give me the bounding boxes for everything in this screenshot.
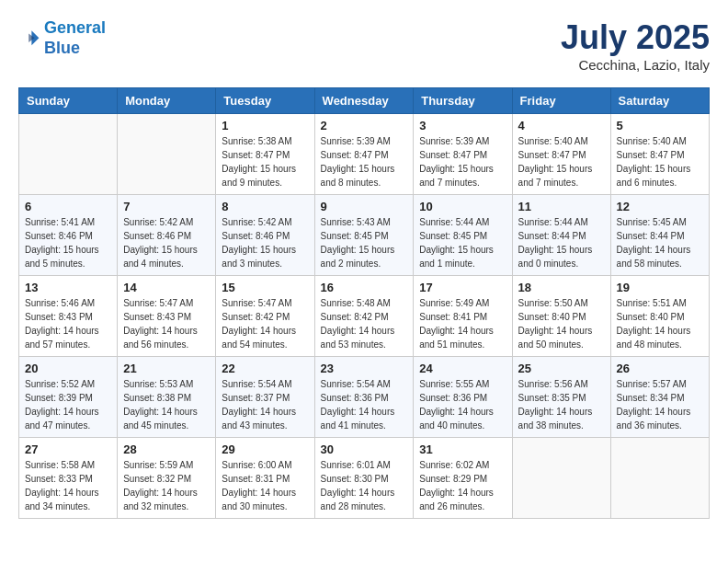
day-info: Sunrise: 5:49 AM Sunset: 8:41 PM Dayligh… [419,296,506,351]
day-number: 8 [222,200,308,213]
day-number: 30 [321,442,408,456]
day-info: Sunrise: 6:00 AM Sunset: 8:31 PM Dayligh… [222,458,308,513]
calendar-cell [512,438,610,519]
day-info: Sunrise: 5:56 AM Sunset: 8:35 PM Dayligh… [518,377,605,432]
day-number: 5 [617,119,703,132]
calendar-cell: 4Sunrise: 5:40 AM Sunset: 8:47 PM Daylig… [512,114,610,195]
calendar-table: SundayMondayTuesdayWednesdayThursdayFrid… [18,87,710,519]
day-info: Sunrise: 5:55 AM Sunset: 8:36 PM Dayligh… [419,377,506,432]
day-info: Sunrise: 5:42 AM Sunset: 8:46 PM Dayligh… [123,215,210,270]
calendar-cell [118,114,216,195]
day-info: Sunrise: 5:53 AM Sunset: 8:38 PM Dayligh… [123,377,210,432]
calendar-cell: 26Sunrise: 5:57 AM Sunset: 8:34 PM Dayli… [610,357,709,438]
calendar-cell: 2Sunrise: 5:39 AM Sunset: 8:47 PM Daylig… [314,114,414,195]
calendar-cell: 18Sunrise: 5:50 AM Sunset: 8:40 PM Dayli… [512,276,610,357]
day-info: Sunrise: 5:48 AM Sunset: 8:42 PM Dayligh… [321,296,408,351]
calendar-cell: 6Sunrise: 5:41 AM Sunset: 8:46 PM Daylig… [19,195,118,276]
calendar-cell: 11Sunrise: 5:44 AM Sunset: 8:44 PM Dayli… [512,195,610,276]
calendar-cell: 14Sunrise: 5:47 AM Sunset: 8:43 PM Dayli… [118,276,216,357]
day-info: Sunrise: 5:59 AM Sunset: 8:32 PM Dayligh… [123,458,210,513]
day-number: 26 [617,362,703,375]
calendar-cell: 27Sunrise: 5:58 AM Sunset: 8:33 PM Dayli… [19,438,118,519]
day-info: Sunrise: 5:39 AM Sunset: 8:47 PM Dayligh… [321,134,408,190]
day-info: Sunrise: 5:40 AM Sunset: 8:47 PM Dayligh… [518,134,605,190]
day-info: Sunrise: 5:45 AM Sunset: 8:44 PM Dayligh… [617,215,703,270]
calendar-cell: 19Sunrise: 5:51 AM Sunset: 8:40 PM Dayli… [610,276,709,357]
day-info: Sunrise: 5:58 AM Sunset: 8:33 PM Dayligh… [25,458,111,513]
day-number: 6 [25,200,111,213]
calendar-cell: 9Sunrise: 5:43 AM Sunset: 8:45 PM Daylig… [314,195,414,276]
day-number: 23 [321,362,408,375]
weekday-header: Tuesday [216,88,314,114]
calendar-cell: 30Sunrise: 6:01 AM Sunset: 8:30 PM Dayli… [314,438,414,519]
day-info: Sunrise: 5:43 AM Sunset: 8:45 PM Dayligh… [321,215,408,270]
calendar-cell: 5Sunrise: 5:40 AM Sunset: 8:47 PM Daylig… [610,114,709,195]
day-info: Sunrise: 5:51 AM Sunset: 8:40 PM Dayligh… [617,296,703,351]
calendar-week-row: 6Sunrise: 5:41 AM Sunset: 8:46 PM Daylig… [19,195,710,276]
logo: General Blue [18,18,106,58]
day-info: Sunrise: 5:54 AM Sunset: 8:37 PM Dayligh… [222,377,308,432]
day-info: Sunrise: 5:46 AM Sunset: 8:43 PM Dayligh… [25,296,111,351]
day-info: Sunrise: 5:38 AM Sunset: 8:47 PM Dayligh… [222,134,308,190]
day-number: 4 [518,119,605,132]
calendar-cell: 15Sunrise: 5:47 AM Sunset: 8:42 PM Dayli… [216,276,314,357]
day-info: Sunrise: 5:41 AM Sunset: 8:46 PM Dayligh… [25,215,111,270]
calendar-cell: 7Sunrise: 5:42 AM Sunset: 8:46 PM Daylig… [118,195,216,276]
day-number: 13 [25,281,111,294]
day-number: 25 [518,362,605,375]
page-header: General Blue July 2025 Cecchina, Lazio, … [18,18,710,73]
day-number: 1 [222,119,308,132]
day-number: 15 [222,281,308,294]
day-number: 28 [123,442,210,456]
calendar-cell: 13Sunrise: 5:46 AM Sunset: 8:43 PM Dayli… [19,276,118,357]
weekday-header: Thursday [414,88,512,114]
day-info: Sunrise: 5:54 AM Sunset: 8:36 PM Dayligh… [321,377,408,432]
logo-text: General Blue [44,18,106,58]
calendar-week-row: 20Sunrise: 5:52 AM Sunset: 8:39 PM Dayli… [19,357,710,438]
day-number: 16 [321,281,408,294]
day-number: 12 [617,200,703,213]
calendar-cell: 28Sunrise: 5:59 AM Sunset: 8:32 PM Dayli… [118,438,216,519]
calendar-cell [19,114,118,195]
day-number: 14 [123,281,210,294]
calendar-cell: 24Sunrise: 5:55 AM Sunset: 8:36 PM Dayli… [414,357,512,438]
calendar-week-row: 1Sunrise: 5:38 AM Sunset: 8:47 PM Daylig… [19,114,710,195]
day-info: Sunrise: 5:52 AM Sunset: 8:39 PM Dayligh… [25,377,111,432]
day-info: Sunrise: 5:47 AM Sunset: 8:43 PM Dayligh… [123,296,210,351]
calendar-cell: 22Sunrise: 5:54 AM Sunset: 8:37 PM Dayli… [216,357,314,438]
day-info: Sunrise: 5:39 AM Sunset: 8:47 PM Dayligh… [419,134,506,190]
calendar-cell [610,438,709,519]
day-number: 29 [222,442,308,456]
title-area: July 2025 Cecchina, Lazio, Italy [561,18,710,73]
logo-icon [18,28,40,50]
day-info: Sunrise: 5:44 AM Sunset: 8:45 PM Dayligh… [419,215,506,270]
day-info: Sunrise: 6:01 AM Sunset: 8:30 PM Dayligh… [321,458,408,513]
calendar-week-row: 13Sunrise: 5:46 AM Sunset: 8:43 PM Dayli… [19,276,710,357]
day-info: Sunrise: 5:44 AM Sunset: 8:44 PM Dayligh… [518,215,605,270]
day-number: 24 [419,362,506,375]
day-number: 7 [123,200,210,213]
day-number: 10 [419,200,506,213]
weekday-header: Friday [512,88,610,114]
day-number: 27 [25,442,111,456]
calendar-cell: 29Sunrise: 6:00 AM Sunset: 8:31 PM Dayli… [216,438,314,519]
day-info: Sunrise: 5:40 AM Sunset: 8:47 PM Dayligh… [617,134,703,190]
calendar-cell: 17Sunrise: 5:49 AM Sunset: 8:41 PM Dayli… [414,276,512,357]
calendar-cell: 8Sunrise: 5:42 AM Sunset: 8:46 PM Daylig… [216,195,314,276]
calendar-cell: 25Sunrise: 5:56 AM Sunset: 8:35 PM Dayli… [512,357,610,438]
day-info: Sunrise: 5:47 AM Sunset: 8:42 PM Dayligh… [222,296,308,351]
calendar-cell: 1Sunrise: 5:38 AM Sunset: 8:47 PM Daylig… [216,114,314,195]
calendar-cell: 23Sunrise: 5:54 AM Sunset: 8:36 PM Dayli… [314,357,414,438]
calendar-cell: 21Sunrise: 5:53 AM Sunset: 8:38 PM Dayli… [118,357,216,438]
weekday-header: Saturday [610,88,709,114]
day-number: 9 [321,200,408,213]
day-number: 18 [518,281,605,294]
day-number: 17 [419,281,506,294]
day-number: 3 [419,119,506,132]
day-number: 11 [518,200,605,213]
day-info: Sunrise: 5:57 AM Sunset: 8:34 PM Dayligh… [617,377,703,432]
day-info: Sunrise: 5:42 AM Sunset: 8:46 PM Dayligh… [222,215,308,270]
day-info: Sunrise: 5:50 AM Sunset: 8:40 PM Dayligh… [518,296,605,351]
location: Cecchina, Lazio, Italy [561,57,710,73]
calendar-header-row: SundayMondayTuesdayWednesdayThursdayFrid… [19,88,710,114]
